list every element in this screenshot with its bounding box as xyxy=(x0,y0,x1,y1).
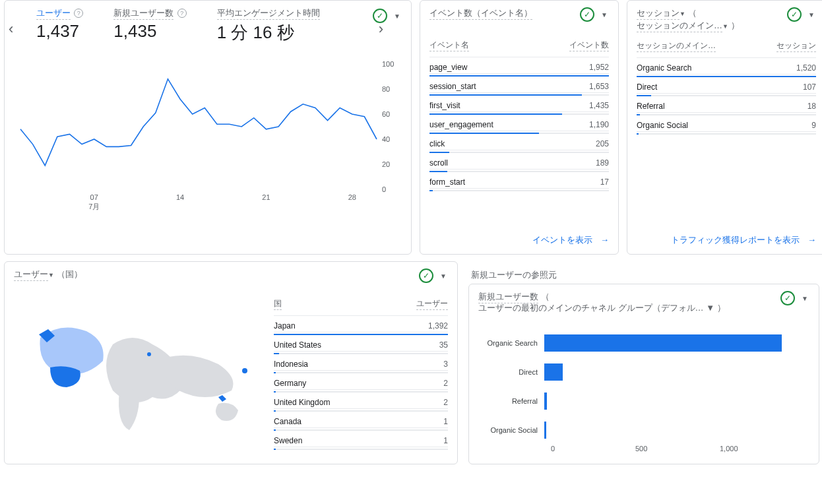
users-line-chart: 020406080100071421287月 xyxy=(14,44,403,222)
bar-row: Referral xyxy=(478,387,809,416)
table-row[interactable]: session_start 1,653 xyxy=(429,77,609,93)
sessions-card: セッション▼ （ セッションのメイン…▼ ） ✓ ▼ セッションのメイン… セッ… xyxy=(627,0,822,255)
table-row[interactable]: form_start 17 xyxy=(429,172,609,189)
svg-text:7月: 7月 xyxy=(88,203,100,210)
view-events-link[interactable]: イベントを表示 → xyxy=(532,234,609,246)
table-row[interactable]: page_view 1,952 xyxy=(429,57,609,74)
row-value: 17 xyxy=(600,177,609,187)
table-row[interactable]: United States 35 xyxy=(274,335,448,352)
scorecard-value: 1 分 16 秒 xyxy=(217,22,294,42)
row-value: 2 xyxy=(443,398,448,407)
bar-label: Direct xyxy=(478,368,544,376)
svg-text:21: 21 xyxy=(262,193,270,201)
country-col-name: 国 xyxy=(274,298,282,310)
row-name: Direct xyxy=(637,82,657,92)
geo-card-title[interactable]: ユーザー▼ （国） xyxy=(14,268,448,281)
card-status: ✓ ▼ xyxy=(787,7,817,22)
card-status: ✓ ▼ xyxy=(580,7,610,22)
svg-point-11 xyxy=(242,368,247,373)
users-by-country-card: ユーザー▼ （国） ✓ ▼ xyxy=(4,261,458,464)
table-row[interactable]: Organic Search 1,520 xyxy=(637,58,816,75)
sessions-table: Organic Search 1,520 Direct 107 Referral… xyxy=(637,58,816,135)
row-name: page_view xyxy=(429,63,467,72)
svg-text:07: 07 xyxy=(90,193,98,201)
sessions-card-title[interactable]: セッション▼ （ セッションのメイン…▼ ） xyxy=(637,7,755,32)
row-name: Indonesia xyxy=(274,360,308,369)
table-row[interactable]: United Kingdom 2 xyxy=(274,393,448,409)
table-row[interactable]: click 205 xyxy=(429,134,609,150)
status-check-icon: ✓ xyxy=(419,268,433,283)
events-table: page_view 1,952 session_start 1,653 firs… xyxy=(429,57,609,191)
new-users-by-channel-card: 新規ユーザー数 （ ユーザーの最初のメインのチャネル グループ（デフォル… ▼ … xyxy=(468,284,819,464)
scorecard-label: 新規ユーザー数 xyxy=(113,7,174,20)
row-value: 1 xyxy=(443,436,448,445)
status-menu-caret-icon[interactable]: ▼ xyxy=(799,292,811,305)
row-value: 35 xyxy=(439,340,448,350)
events-col-name: イベント名 xyxy=(429,40,469,51)
row-name: Germany xyxy=(274,379,306,388)
status-menu-caret-icon[interactable]: ▼ xyxy=(806,9,817,21)
row-value: 1,520 xyxy=(796,63,816,73)
dropdown-caret-icon: ▼ xyxy=(48,272,54,278)
table-row[interactable]: Referral 18 xyxy=(637,96,816,113)
scorecard-value: 1,435 xyxy=(113,21,156,41)
arrow-right-icon: → xyxy=(600,235,609,245)
view-traffic-report-link[interactable]: トラフィック獲得レポートを表示 → xyxy=(671,234,816,246)
arrow-right-icon: → xyxy=(807,235,816,245)
x-tick: 500 xyxy=(635,445,720,453)
prev-metric-arrow[interactable]: ‹ xyxy=(9,20,13,38)
scorecard-engagement-time[interactable]: 平均エンゲージメント時間 1 分 16 秒 xyxy=(217,7,320,44)
svg-text:28: 28 xyxy=(348,193,356,201)
scorecard-new-users[interactable]: 新規ユーザー数 ? 1,435 xyxy=(113,7,186,44)
scorecards: ユーザー ? 1,437 新規ユーザー数 ? 1,435 平均エンゲージメント時… xyxy=(14,7,402,44)
status-menu-caret-icon[interactable]: ▼ xyxy=(437,270,449,282)
table-row[interactable]: first_visit 1,435 xyxy=(429,96,609,112)
scorecard-label: 平均エンゲージメント時間 xyxy=(217,7,320,20)
table-row[interactable]: Japan 1,392 xyxy=(274,316,448,332)
row-name: user_engagement xyxy=(429,120,493,129)
row-name: scroll xyxy=(429,158,448,168)
table-row[interactable]: Direct 107 xyxy=(637,77,816,94)
row-value: 3 xyxy=(443,360,448,369)
sessions-col-count: セッション xyxy=(776,40,816,52)
svg-point-12 xyxy=(147,352,151,356)
row-name: United States xyxy=(274,340,321,350)
table-row[interactable]: Sweden 1 xyxy=(274,431,448,447)
table-row[interactable]: Indonesia 3 xyxy=(274,354,448,371)
row-name: United Kingdom xyxy=(274,398,330,407)
svg-text:60: 60 xyxy=(382,110,390,118)
row-value: 18 xyxy=(807,102,816,111)
table-row[interactable]: Organic Social 9 xyxy=(637,115,816,132)
dropdown-caret-icon: ▼ xyxy=(680,11,685,17)
events-card: イベント数（イベント名） ✓ ▼ イベント名 イベント数 page_view 1… xyxy=(420,0,619,255)
row-name: Referral xyxy=(637,102,665,111)
status-check-icon: ✓ xyxy=(780,291,795,305)
svg-text:100: 100 xyxy=(382,60,394,68)
status-check-icon: ✓ xyxy=(787,7,802,22)
status-menu-caret-icon[interactable]: ▼ xyxy=(598,9,610,21)
svg-text:0: 0 xyxy=(382,185,386,193)
bar-row: Organic Social xyxy=(478,416,809,445)
table-row[interactable]: user_engagement 1,190 xyxy=(429,115,609,131)
row-value: 9 xyxy=(811,121,816,130)
users-overview-card: ‹ › ✓ ▼ ユーザー ? 1,437 新規ユーザー数 ? 1,435 平均エ… xyxy=(4,0,412,255)
new-users-bar-chart: Organic Search Direct Referral Organic S… xyxy=(478,329,809,445)
events-col-count: イベント数 xyxy=(569,40,609,51)
row-name: Japan xyxy=(274,321,296,331)
scorecard-users[interactable]: ユーザー ? 1,437 xyxy=(36,7,83,44)
table-row[interactable]: Canada 1 xyxy=(274,412,448,428)
row-name: Canada xyxy=(274,417,301,426)
svg-text:40: 40 xyxy=(382,135,390,143)
svg-text:80: 80 xyxy=(382,85,390,93)
sessions-col-channel: セッションのメイン… xyxy=(637,40,716,52)
x-tick: 1,000 xyxy=(720,445,804,453)
table-row[interactable]: Germany 2 xyxy=(274,373,448,390)
card-status: ✓ ▼ xyxy=(780,291,811,305)
country-table: 国 ユーザー Japan 1,392 United States 35 Indo… xyxy=(274,294,448,450)
table-row[interactable]: scroll 189 xyxy=(429,153,609,170)
help-icon[interactable]: ? xyxy=(177,9,187,18)
bar-label: Referral xyxy=(478,397,544,405)
help-icon[interactable]: ? xyxy=(74,9,83,18)
bar-label: Organic Search xyxy=(478,339,544,347)
dropdown-caret-icon: ▼ xyxy=(722,23,728,30)
